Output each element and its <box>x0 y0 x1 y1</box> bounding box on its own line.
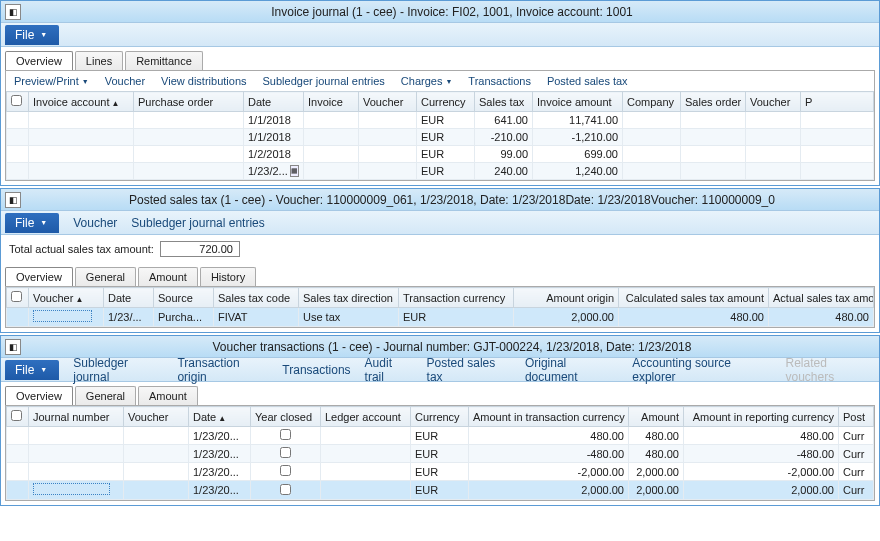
cell-amount-reporting[interactable]: 2,000.00 <box>684 481 839 500</box>
cell-post[interactable]: Curr <box>839 463 874 481</box>
subledger-menu[interactable]: Subledger journal entries <box>131 216 264 230</box>
col-extra[interactable]: P <box>801 92 874 112</box>
select-all-header[interactable] <box>7 92 29 112</box>
tab-overview[interactable]: Overview <box>5 51 73 70</box>
col-post[interactable]: Post <box>839 407 874 427</box>
col-company[interactable]: Company <box>623 92 681 112</box>
tab-history[interactable]: History <box>200 267 256 286</box>
posted-sales-tax-menu[interactable]: Posted sales tax <box>427 356 511 384</box>
cell-date[interactable]: 1/23/2...▦ <box>244 163 304 180</box>
col-actual-tax[interactable]: Actual sales tax amount <box>769 288 874 308</box>
cell-currency[interactable]: EUR <box>411 481 469 500</box>
cell-post[interactable]: Curr <box>839 427 874 445</box>
cell-amount[interactable]: 2,000.00 <box>629 481 684 500</box>
select-all-checkbox[interactable] <box>11 291 22 302</box>
cell-amount[interactable]: 480.00 <box>629 445 684 463</box>
select-all-header[interactable] <box>7 288 29 308</box>
transaction-origin-menu[interactable]: Transaction origin <box>177 356 268 384</box>
col-date[interactable]: Date▲ <box>189 407 251 427</box>
transactions-button[interactable]: Transactions <box>468 75 531 87</box>
table-row[interactable]: 1/23/2...▦EUR240.001,240.00 <box>7 163 874 180</box>
cell-tax-code[interactable]: FIVAT <box>214 308 299 327</box>
cell-date[interactable]: 1/1/2018 <box>244 129 304 146</box>
col-year-closed[interactable]: Year closed <box>251 407 321 427</box>
file-menu-button[interactable]: File▼ <box>5 213 59 233</box>
col-voucher[interactable]: Voucher <box>359 92 417 112</box>
year-closed-checkbox[interactable] <box>280 429 291 440</box>
cell-amount-trans-currency[interactable]: -2,000.00 <box>469 463 629 481</box>
select-all-checkbox[interactable] <box>11 95 22 106</box>
cell-year-closed[interactable] <box>251 445 321 463</box>
col-voucher[interactable]: Voucher▲ <box>29 288 104 308</box>
table-row[interactable]: 1/23/20...EUR-480.00480.00-480.00Curr <box>7 445 874 463</box>
table-row[interactable]: 1/1/2018EUR-210.00-1,210.00 <box>7 129 874 146</box>
col-invoice[interactable]: Invoice <box>304 92 359 112</box>
cell-voucher[interactable] <box>29 308 104 327</box>
cell-year-closed[interactable] <box>251 481 321 500</box>
col-currency[interactable]: Currency <box>417 92 475 112</box>
cell-sales-tax[interactable]: -210.00 <box>475 129 533 146</box>
col-amount-trans-currency[interactable]: Amount in transaction currency <box>469 407 629 427</box>
original-document-menu[interactable]: Original document <box>525 356 618 384</box>
cell-sales-tax[interactable]: 99.00 <box>475 146 533 163</box>
cell-amount-reporting[interactable]: -2,000.00 <box>684 463 839 481</box>
cell-journal-number[interactable] <box>29 481 124 500</box>
cell-amount-origin[interactable]: 2,000.00 <box>514 308 619 327</box>
cell-calc-tax[interactable]: 480.00 <box>619 308 769 327</box>
cell-date[interactable]: 1/23/20... <box>189 481 251 500</box>
cell-currency[interactable]: EUR <box>417 112 475 129</box>
tab-general[interactable]: General <box>75 267 136 286</box>
subledger-journal-menu[interactable]: Subledger journal <box>73 356 163 384</box>
table-row[interactable]: 1/2/2018EUR99.00699.00 <box>7 146 874 163</box>
table-row[interactable]: 1/23/20...EUR480.00480.00480.00Curr <box>7 427 874 445</box>
col-journal-number[interactable]: Journal number <box>29 407 124 427</box>
file-menu-button[interactable]: File▼ <box>5 25 59 45</box>
tab-amount[interactable]: Amount <box>138 267 198 286</box>
cell-amount-trans-currency[interactable]: 480.00 <box>469 427 629 445</box>
invoice-grid[interactable]: Invoice account▲ Purchase order Date Inv… <box>6 91 874 180</box>
table-row[interactable]: 1/23/... Purcha... FIVAT Use tax EUR 2,0… <box>7 308 874 327</box>
voucher-button[interactable]: Voucher <box>105 75 145 87</box>
charges-button[interactable]: Charges▼ <box>401 75 453 87</box>
table-row[interactable]: 1/23/20...EUR2,000.002,000.002,000.00Cur… <box>7 481 874 500</box>
cell-amount[interactable]: 480.00 <box>629 427 684 445</box>
table-row[interactable]: 1/1/2018EUR641.0011,741.00 <box>7 112 874 129</box>
cell-amount-reporting[interactable]: 480.00 <box>684 427 839 445</box>
col-source[interactable]: Source <box>154 288 214 308</box>
table-row[interactable]: 1/23/20...EUR-2,000.002,000.00-2,000.00C… <box>7 463 874 481</box>
cell-journal-number[interactable] <box>29 445 124 463</box>
cell-currency[interactable]: EUR <box>417 146 475 163</box>
voucher-menu[interactable]: Voucher <box>73 216 117 230</box>
calendar-icon[interactable]: ▦ <box>290 165 299 177</box>
col-invoice-account[interactable]: Invoice account▲ <box>29 92 134 112</box>
cell-amount-reporting[interactable]: -480.00 <box>684 445 839 463</box>
cell-journal-number[interactable] <box>29 427 124 445</box>
col-sales-tax[interactable]: Sales tax <box>475 92 533 112</box>
col-sales-order[interactable]: Sales order <box>681 92 746 112</box>
tab-amount[interactable]: Amount <box>138 386 198 405</box>
cell-year-closed[interactable] <box>251 427 321 445</box>
cell-date[interactable]: 1/2/2018 <box>244 146 304 163</box>
tab-remittance[interactable]: Remittance <box>125 51 203 70</box>
cell-date[interactable]: 1/23/20... <box>189 463 251 481</box>
voucher-grid[interactable]: Journal number Voucher Date▲ Year closed… <box>6 406 874 500</box>
subledger-entries-button[interactable]: Subledger journal entries <box>263 75 385 87</box>
col-amount-reporting[interactable]: Amount in reporting currency <box>684 407 839 427</box>
cell-invoice-amount[interactable]: 1,240.00 <box>533 163 623 180</box>
cell-source[interactable]: Purcha... <box>154 308 214 327</box>
cell-invoice-amount[interactable]: 699.00 <box>533 146 623 163</box>
cell-journal-number[interactable] <box>29 463 124 481</box>
col-calc-tax[interactable]: Calculated sales tax amount <box>619 288 769 308</box>
cell-currency[interactable]: EUR <box>411 427 469 445</box>
tab-lines[interactable]: Lines <box>75 51 123 70</box>
cell-sales-tax[interactable]: 240.00 <box>475 163 533 180</box>
cell-currency[interactable]: EUR <box>399 308 514 327</box>
cell-amount-trans-currency[interactable]: 2,000.00 <box>469 481 629 500</box>
col-invoice-amount[interactable]: Invoice amount <box>533 92 623 112</box>
transactions-menu[interactable]: Transactions <box>282 363 350 377</box>
sales-tax-grid[interactable]: Voucher▲ Date Source Sales tax code Sale… <box>6 287 874 327</box>
col-currency[interactable]: Currency <box>411 407 469 427</box>
cell-currency[interactable]: EUR <box>417 163 475 180</box>
cell-amount-trans-currency[interactable]: -480.00 <box>469 445 629 463</box>
cell-direction[interactable]: Use tax <box>299 308 399 327</box>
